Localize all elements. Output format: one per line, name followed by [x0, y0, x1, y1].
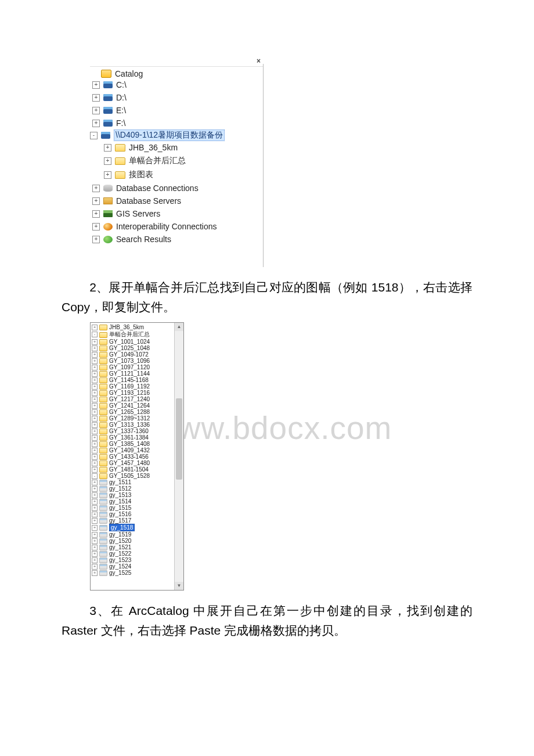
expand-icon[interactable]: +	[104, 171, 111, 179]
drive-node[interactable]: +D:\	[90, 91, 263, 104]
folder-node[interactable]: +GY_1337-1360	[92, 428, 183, 434]
folder-node[interactable]: +GY_1097_1120	[92, 364, 183, 370]
special-node[interactable]: +GIS Servers	[90, 207, 263, 220]
drive-node[interactable]: +C:\	[90, 78, 263, 91]
folder-node[interactable]: -单幅合并后汇总	[92, 330, 183, 339]
expand-icon[interactable]: +	[92, 358, 98, 364]
expand-icon[interactable]: +	[92, 545, 98, 550]
raster-node[interactable]: +gy_1518	[92, 524, 183, 531]
expand-icon[interactable]: +	[92, 441, 98, 447]
folder-node[interactable]: +GY_1001_1024	[92, 339, 183, 345]
expand-icon[interactable]: +	[92, 384, 98, 390]
special-node[interactable]: +Database Connections	[90, 182, 263, 195]
raster-node[interactable]: +gy_1520	[92, 538, 183, 544]
folder-node[interactable]: +GY_1241_1264	[92, 402, 183, 409]
raster-node[interactable]: +gy_1517	[92, 517, 183, 524]
expand-icon[interactable]: +	[92, 325, 98, 330]
expand-icon[interactable]: +	[92, 486, 98, 492]
special-node[interactable]: +Interoperability Connections	[90, 220, 263, 233]
expand-icon[interactable]: -	[92, 473, 98, 479]
network-path-node[interactable]: - \\D409-1\12暑期项目数据备份	[90, 129, 263, 141]
folder-node[interactable]: +JHB_36_5km	[92, 324, 183, 330]
drive-node[interactable]: +F:\	[90, 117, 263, 129]
folder-node[interactable]: +GY_1025_1048	[92, 345, 183, 351]
raster-node[interactable]: +gy_1513	[92, 492, 183, 498]
expand-icon[interactable]: +	[92, 409, 98, 415]
folder-node[interactable]: +GY_1433-1456	[92, 453, 183, 460]
raster-node[interactable]: +gy_1525	[92, 570, 183, 576]
folder-node[interactable]: +GY_1289~1312	[92, 415, 183, 422]
folder-node[interactable]: +GY_1121_1144	[92, 370, 183, 377]
expand-icon[interactable]: +	[92, 210, 100, 218]
folder-node[interactable]: +GY_1385_1408	[92, 441, 183, 447]
raster-node[interactable]: +gy_1515	[92, 505, 183, 511]
folder-node[interactable]: +GY_1361-1384	[92, 434, 183, 441]
folder-node[interactable]: +GY_1193_1216	[92, 390, 183, 396]
expand-icon[interactable]: +	[92, 499, 98, 505]
expand-icon[interactable]: +	[92, 223, 100, 231]
expand-icon[interactable]: +	[92, 480, 98, 485]
folder-node[interactable]: +GY_1169_1192	[92, 383, 183, 390]
expand-icon[interactable]: +	[92, 532, 98, 538]
expand-icon[interactable]: +	[92, 492, 98, 498]
expand-icon[interactable]: +	[92, 107, 100, 114]
raster-node[interactable]: +gy_1512	[92, 485, 183, 492]
expand-icon[interactable]: +	[92, 570, 98, 576]
scroll-down-icon[interactable]: ▼	[175, 582, 183, 590]
raster-node[interactable]: +gy_1514	[92, 498, 183, 505]
expand-icon[interactable]: +	[92, 94, 100, 102]
expand-icon[interactable]: +	[92, 371, 98, 377]
expand-icon[interactable]: +	[92, 403, 98, 409]
expand-icon[interactable]: +	[92, 512, 98, 517]
expand-icon[interactable]: +	[92, 435, 98, 441]
raster-node[interactable]: +gy_1522	[92, 550, 183, 557]
expand-icon[interactable]: +	[92, 120, 100, 127]
special-node[interactable]: +Search Results	[90, 233, 263, 246]
expand-icon[interactable]: +	[92, 397, 98, 402]
folder-node[interactable]: +GY_1073_1096	[92, 358, 183, 364]
special-node[interactable]: +Database Servers	[90, 195, 263, 207]
raster-node[interactable]: +gy_1519	[92, 531, 183, 538]
catalog-root[interactable]: Catalog	[90, 69, 263, 78]
expand-icon[interactable]: +	[92, 352, 98, 358]
raster-node[interactable]: +gy_1524	[92, 563, 183, 570]
expand-icon[interactable]: +	[104, 157, 111, 165]
folder-node[interactable]: +单幅合并后汇总	[90, 154, 263, 168]
expand-icon[interactable]: +	[92, 345, 98, 351]
expand-icon[interactable]: +	[92, 236, 100, 243]
folder-node[interactable]: +GY_1145-1168	[92, 377, 183, 383]
expand-icon[interactable]: +	[92, 422, 98, 428]
expand-icon[interactable]: +	[104, 144, 111, 152]
expand-icon[interactable]: -	[92, 332, 98, 337]
collapse-icon[interactable]: -	[90, 132, 98, 139]
expand-icon[interactable]: +	[92, 467, 98, 473]
drive-node[interactable]: +E:\	[90, 104, 263, 117]
raster-node[interactable]: +gy_1521	[92, 544, 183, 550]
expand-icon[interactable]: +	[92, 416, 98, 422]
expand-icon[interactable]: +	[92, 538, 98, 544]
expand-icon[interactable]: +	[92, 81, 100, 89]
close-icon[interactable]: ×	[257, 57, 261, 65]
folder-node[interactable]: +JHB_36_5km	[90, 141, 263, 154]
folder-node[interactable]: +GY_1217_1240	[92, 396, 183, 402]
folder-node[interactable]: +GY_1313_1336	[92, 422, 183, 428]
expand-icon[interactable]: +	[92, 518, 98, 524]
raster-node[interactable]: +gy_1523	[92, 557, 183, 563]
raster-node[interactable]: +gy_1516	[92, 511, 183, 517]
folder-node[interactable]: +GY_1457_1480	[92, 460, 183, 466]
expand-icon[interactable]: +	[92, 365, 98, 370]
folder-node[interactable]: +接图表	[90, 168, 263, 182]
expand-icon[interactable]: +	[92, 460, 98, 466]
folder-node[interactable]: -GY_1505_1528	[92, 473, 183, 479]
folder-node[interactable]: +GY_1049-1072	[92, 351, 183, 358]
raster-node[interactable]: +gy_1511	[92, 479, 183, 485]
folder-node[interactable]: +GY_1409_1432	[92, 447, 183, 453]
scroll-thumb[interactable]	[176, 398, 182, 480]
expand-icon[interactable]: +	[92, 564, 98, 570]
expand-icon[interactable]: +	[92, 390, 98, 396]
expand-icon[interactable]: +	[92, 197, 100, 205]
expand-icon[interactable]: +	[92, 377, 98, 383]
folder-node[interactable]: +GY_1481-1504	[92, 466, 183, 473]
expand-icon[interactable]: +	[92, 557, 98, 563]
expand-icon[interactable]: +	[92, 505, 98, 511]
